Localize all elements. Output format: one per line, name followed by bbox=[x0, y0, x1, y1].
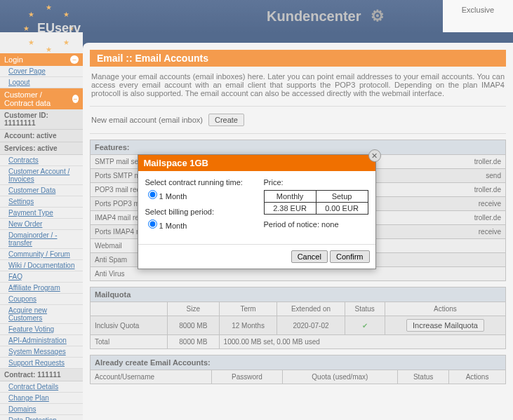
close-icon[interactable]: ✕ bbox=[368, 149, 381, 162]
billing-radio[interactable] bbox=[148, 219, 157, 229]
billing-label: Select billing period: bbox=[145, 208, 250, 216]
modal-title: Mailspace 1GB bbox=[138, 155, 375, 171]
cancel-button[interactable]: Cancel bbox=[291, 250, 328, 263]
price-table: Monthly Setup 2.38 EUR 0.00 EUR bbox=[264, 190, 368, 215]
mailspace-modal: ✕ Mailspace 1GB Select contract running … bbox=[138, 154, 376, 269]
confirm-button[interactable]: Confirm bbox=[330, 250, 370, 263]
runtime-label: Select contract running time: bbox=[145, 178, 250, 187]
runtime-radio[interactable] bbox=[148, 190, 157, 199]
price-label: Price: bbox=[264, 178, 368, 187]
billing-option: 1 Month bbox=[159, 222, 187, 230]
notice-label: Period of notice: none bbox=[264, 220, 368, 229]
modal-overlay: ✕ Mailspace 1GB Select contract running … bbox=[0, 0, 513, 420]
runtime-option: 1 Month bbox=[159, 192, 187, 201]
